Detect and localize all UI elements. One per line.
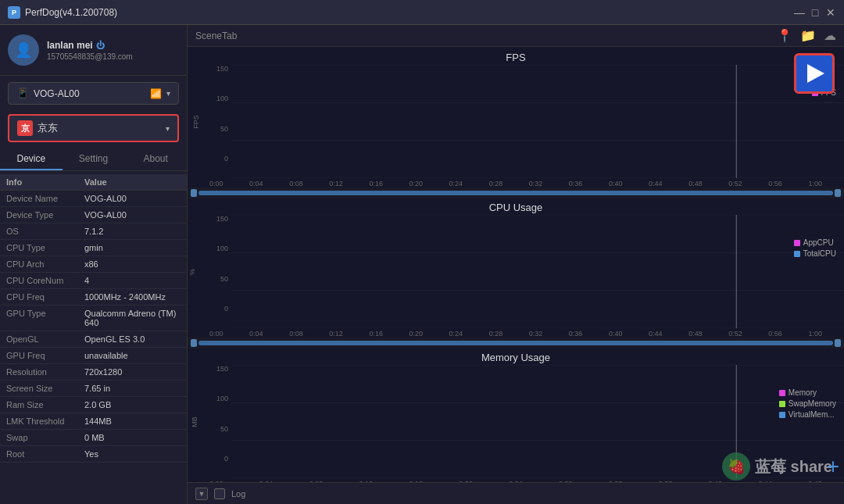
totalcpu-legend-dot (794, 251, 800, 257)
fps-y-axis: FPS (188, 65, 209, 178)
row-info: Resolution (6, 367, 84, 377)
add-button[interactable]: + (827, 454, 839, 479)
table-row: Ram Size 2.0 GB (0, 397, 187, 413)
charts-area: FPS FPS 150 100 50 0 (188, 47, 844, 482)
close-button[interactable]: ✕ (825, 7, 836, 18)
location-icon[interactable]: 📍 (777, 28, 792, 43)
tab-setting[interactable]: Setting (63, 148, 125, 170)
cpu-chart-title: CPU Usage (188, 197, 844, 215)
app-dropdown-icon: ▾ (166, 124, 170, 133)
sidebar: 👤 lanlan mei ⏻ 15705548835@139.com 📱 VOG… (0, 25, 188, 504)
table-row: Resolution 720x1280 (0, 364, 187, 381)
row-value: Yes (84, 449, 181, 459)
fps-chart-title: FPS (188, 47, 844, 65)
main-layout: 👤 lanlan mei ⏻ 15705548835@139.com 📱 VOG… (0, 25, 844, 504)
log-label: Log (231, 489, 245, 499)
row-value: OpenGL ES 3.0 (84, 334, 181, 344)
appcpu-legend-dot (794, 240, 800, 246)
table-header: Info Value (0, 174, 187, 191)
table-row: Device Type VOG-AL00 (0, 207, 187, 223)
cpu-scrollbar-track[interactable] (198, 341, 833, 345)
table-row: CPU Freq 1000MHz - 2400MHz (0, 289, 187, 306)
table-row: OS 7.1.2 (0, 223, 187, 240)
fps-chart: FPS FPS 150 100 50 0 (188, 47, 844, 195)
username: lanlan mei ⏻ (47, 40, 179, 51)
row-value: 4 (84, 276, 181, 285)
fps-scrollbar-left-handle[interactable] (191, 189, 197, 197)
scene-tab-bar: SceneTab 📍 📁 ☁ (188, 25, 844, 47)
cpu-y-ticks: 150 100 50 0 (209, 215, 231, 328)
fps-scrollbar-right-handle[interactable] (835, 189, 841, 197)
memory-legend-item: Memory (779, 388, 836, 397)
tab-device[interactable]: Device (0, 148, 63, 170)
fps-y-ticks: 150 100 50 0 (209, 65, 231, 178)
minimize-button[interactable]: — (794, 7, 805, 18)
tabs-bar: Device Setting About (0, 148, 187, 171)
fps-svg (231, 65, 844, 178)
row-value: 720x1280 (84, 367, 181, 377)
cpu-svg (231, 215, 844, 328)
row-info: GPU Freq (6, 351, 84, 360)
app-logo-icon: 京 (17, 120, 33, 136)
virtualmem-legend-item: VirtualMem... (779, 410, 836, 419)
row-info: CPU Type (6, 243, 84, 252)
table-row: Swap 0 MB (0, 430, 187, 446)
row-info: OS (6, 227, 84, 236)
row-value: unavailable (84, 351, 181, 360)
row-info: Device Name (6, 194, 84, 203)
cpu-scrollbar-right-handle[interactable] (835, 339, 841, 347)
cpu-y-label: % (188, 268, 196, 274)
memory-y-axis: MB (188, 365, 209, 478)
row-value: gmin (84, 243, 181, 252)
row-info: Root (6, 449, 84, 459)
cpu-legend: AppCPU TotalCPU (794, 238, 836, 258)
device-name: VOG-AL00 (34, 88, 145, 99)
table-row: Device Name VOG-AL00 (0, 191, 187, 207)
table-row: CPU Type gmin (0, 240, 187, 256)
table-row: CPU CoreNum 4 (0, 273, 187, 289)
fps-scrollbar-track[interactable] (198, 191, 833, 195)
maximize-button[interactable]: □ (810, 7, 821, 18)
row-value: 7.65 in (84, 384, 181, 393)
memory-legend-dot (779, 390, 785, 396)
scene-tab-label: SceneTab (195, 30, 237, 41)
fps-time-axis: 0:000:040:080:120:160:200:240:280:320:36… (188, 178, 844, 188)
play-icon (807, 64, 824, 83)
table-row: LMK Threshold 144MB (0, 413, 187, 430)
folder-icon[interactable]: 📁 (800, 28, 816, 43)
device-dropdown-icon: ▾ (166, 89, 170, 98)
cloud-icon[interactable]: ☁ (824, 28, 836, 43)
memory-legend: Memory SwapMemory VirtualMem... (779, 388, 836, 419)
device-table: Device Name VOG-AL00 Device Type VOG-AL0… (0, 191, 187, 504)
fps-chart-area: FPS 150 100 50 0 (188, 65, 844, 178)
user-info: lanlan mei ⏻ 15705548835@139.com (47, 40, 179, 61)
memory-y-label: MB (191, 416, 198, 427)
row-value: x86 (84, 259, 181, 269)
row-info: CPU Freq (6, 292, 84, 302)
table-row: Root Yes (0, 446, 187, 463)
play-button[interactable] (794, 53, 835, 94)
row-info: GPU Type (6, 309, 84, 327)
row-info: LMK Threshold (6, 416, 84, 426)
memory-chart-title: Memory Usage (188, 347, 844, 365)
row-info: Swap (6, 433, 84, 442)
right-panel: SceneTab 📍 📁 ☁ FPS FPS 1 (188, 25, 844, 504)
log-checkbox[interactable] (214, 488, 225, 499)
log-bar: ▼ Log (188, 482, 844, 504)
log-toggle-button[interactable]: ▼ (195, 488, 208, 500)
device-selector[interactable]: 📱 VOG-AL00 📶 ▾ (8, 82, 179, 105)
table-row: OpenGL OpenGL ES 3.0 (0, 331, 187, 348)
tab-about[interactable]: About (124, 148, 187, 170)
row-value: VOG-AL00 (84, 194, 181, 203)
swapmemory-legend-item: SwapMemory (779, 399, 836, 408)
wifi-icon: 📶 (150, 88, 162, 99)
cpu-scrollbar-left-handle[interactable] (191, 339, 197, 347)
table-row: GPU Freq unavailable (0, 348, 187, 364)
row-value: 7.1.2 (84, 227, 181, 236)
device-icon: 📱 (16, 88, 29, 99)
row-value: Qualcomm Adreno (TM) 640 (84, 309, 181, 327)
app-selector[interactable]: 京 京东 ▾ (8, 114, 179, 142)
cpu-y-axis: % (188, 215, 209, 328)
user-email: 15705548835@139.com (47, 52, 179, 61)
titlebar: P PerfDog(v4.1.200708) — □ ✕ (0, 0, 844, 25)
